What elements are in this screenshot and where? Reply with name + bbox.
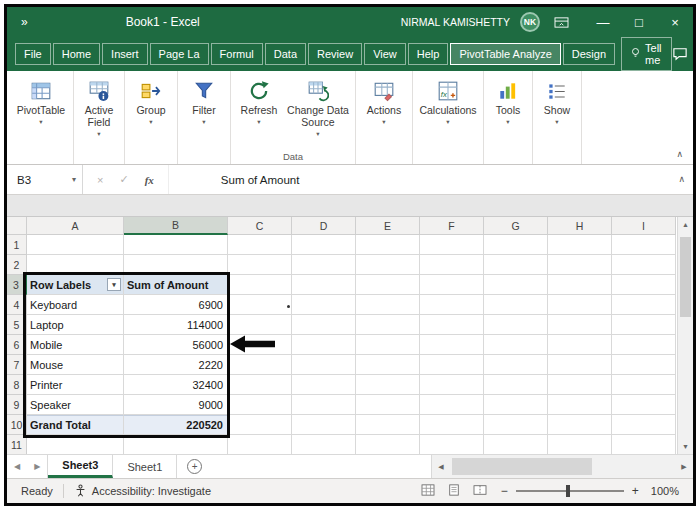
vertical-scrollbar[interactable]: ▲ ▼: [677, 217, 693, 454]
group-button[interactable]: Group▾: [128, 78, 174, 128]
column-header-g[interactable]: G: [484, 217, 548, 235]
row-header-10[interactable]: 10: [7, 415, 27, 435]
cell-B7[interactable]: 2220: [124, 355, 228, 375]
cell-G7[interactable]: [484, 355, 548, 375]
sheet-tab-sheet3[interactable]: Sheet3: [48, 455, 113, 478]
change-data-source-button[interactable]: Change Data Source▾: [284, 78, 352, 140]
cell-F8[interactable]: [420, 375, 484, 395]
row-header-5[interactable]: 5: [7, 315, 27, 335]
cell-E4[interactable]: [356, 295, 420, 315]
accessibility-checker-button[interactable]: Accessibility: Investigate: [74, 484, 211, 499]
cell-A6[interactable]: Mobile: [27, 335, 124, 355]
cell-H7[interactable]: [548, 355, 612, 375]
cell-D11[interactable]: [292, 435, 356, 454]
maximize-button[interactable]: □: [621, 7, 657, 37]
tab-view[interactable]: View: [364, 43, 406, 65]
cell-I1[interactable]: [612, 235, 676, 255]
cell-H3[interactable]: [548, 275, 612, 295]
row-header-1[interactable]: 1: [7, 235, 27, 255]
name-box-dropdown-icon[interactable]: ▾: [72, 175, 76, 184]
cell-D1[interactable]: [292, 235, 356, 255]
cell-A2[interactable]: [27, 255, 124, 275]
cell-A7[interactable]: Mouse: [27, 355, 124, 375]
cell-F10[interactable]: [420, 415, 484, 435]
cell-G5[interactable]: [484, 315, 548, 335]
minimize-button[interactable]: —: [585, 7, 621, 37]
tab-page-la[interactable]: Page La: [150, 43, 209, 65]
zoom-level[interactable]: 100%: [651, 485, 679, 497]
cell-D2[interactable]: [292, 255, 356, 275]
cell-I6[interactable]: [612, 335, 676, 355]
cell-H10[interactable]: [548, 415, 612, 435]
actions-button[interactable]: Actions▾: [359, 78, 409, 128]
cell-E3[interactable]: [356, 275, 420, 295]
cell-F1[interactable]: [420, 235, 484, 255]
cell-H8[interactable]: [548, 375, 612, 395]
zoom-slider[interactable]: [516, 490, 624, 492]
column-header-c[interactable]: C: [228, 217, 292, 235]
cell-A3[interactable]: Row Labels▾: [27, 275, 124, 295]
cell-E1[interactable]: [356, 235, 420, 255]
cell-B8[interactable]: 32400: [124, 375, 228, 395]
cell-B2[interactable]: [124, 255, 228, 275]
calculations-button[interactable]: fxCalculations▾: [416, 78, 480, 128]
cell-H6[interactable]: [548, 335, 612, 355]
row-header-4[interactable]: 4: [7, 295, 27, 315]
column-header-a[interactable]: A: [27, 217, 124, 235]
name-box[interactable]: B3 ▾: [7, 165, 83, 194]
cell-F3[interactable]: [420, 275, 484, 295]
tab-home[interactable]: Home: [53, 43, 100, 65]
column-header-i[interactable]: I: [612, 217, 676, 235]
row-header-6[interactable]: 6: [7, 335, 27, 355]
tab-data[interactable]: Data: [265, 43, 306, 65]
cell-B10[interactable]: 220520: [124, 415, 228, 435]
cell-A11[interactable]: [27, 435, 124, 454]
collapse-ribbon-icon[interactable]: ∧: [676, 149, 683, 159]
cell-F5[interactable]: [420, 315, 484, 335]
cell-D5[interactable]: [292, 315, 356, 335]
cell-A10[interactable]: Grand Total: [27, 415, 124, 435]
cell-I2[interactable]: [612, 255, 676, 275]
column-header-f[interactable]: F: [420, 217, 484, 235]
cell-H2[interactable]: [548, 255, 612, 275]
formula-input[interactable]: Sum of Amount: [168, 165, 693, 194]
cell-G11[interactable]: [484, 435, 548, 454]
cell-F2[interactable]: [420, 255, 484, 275]
close-button[interactable]: ×: [657, 7, 693, 37]
cell-B3[interactable]: Sum of Amount: [124, 275, 228, 295]
cell-G10[interactable]: [484, 415, 548, 435]
cell-B9[interactable]: 9000: [124, 395, 228, 415]
show-button[interactable]: Show▾: [536, 78, 578, 128]
tab-pivottable-analyze[interactable]: PivotTable Analyze: [450, 43, 560, 65]
cell-C5[interactable]: [228, 315, 292, 335]
cell-G8[interactable]: [484, 375, 548, 395]
cell-G2[interactable]: [484, 255, 548, 275]
ribbon-display-options-icon[interactable]: [554, 16, 569, 29]
tab-file[interactable]: File: [15, 43, 51, 65]
cell-B6[interactable]: 56000: [124, 335, 228, 355]
column-header-e[interactable]: E: [356, 217, 420, 235]
cell-H5[interactable]: [548, 315, 612, 335]
cell-C3[interactable]: [228, 275, 292, 295]
cell-I5[interactable]: [612, 315, 676, 335]
cell-H1[interactable]: [548, 235, 612, 255]
tab-insert[interactable]: Insert: [102, 43, 148, 65]
cell-B5[interactable]: 114000: [124, 315, 228, 335]
pivottable-button[interactable]: PivotTable▾: [12, 78, 70, 128]
filter-button[interactable]: Filter▾: [181, 78, 227, 128]
cell-E11[interactable]: [356, 435, 420, 454]
zoom-slider-thumb[interactable]: [566, 485, 570, 497]
zoom-out-button[interactable]: −: [501, 484, 508, 498]
cell-G3[interactable]: [484, 275, 548, 295]
new-sheet-button[interactable]: +: [187, 459, 202, 474]
cell-G6[interactable]: [484, 335, 548, 355]
column-header-b[interactable]: B: [124, 217, 228, 235]
cell-C4[interactable]: [228, 295, 292, 315]
cancel-button[interactable]: ×: [97, 174, 103, 186]
cell-C1[interactable]: [228, 235, 292, 255]
insert-function-button[interactable]: fx: [145, 174, 154, 186]
cell-D7[interactable]: [292, 355, 356, 375]
quick-access-toolbar-icon[interactable]: »: [21, 15, 30, 29]
tab-design[interactable]: Design: [563, 43, 615, 65]
cell-F7[interactable]: [420, 355, 484, 375]
